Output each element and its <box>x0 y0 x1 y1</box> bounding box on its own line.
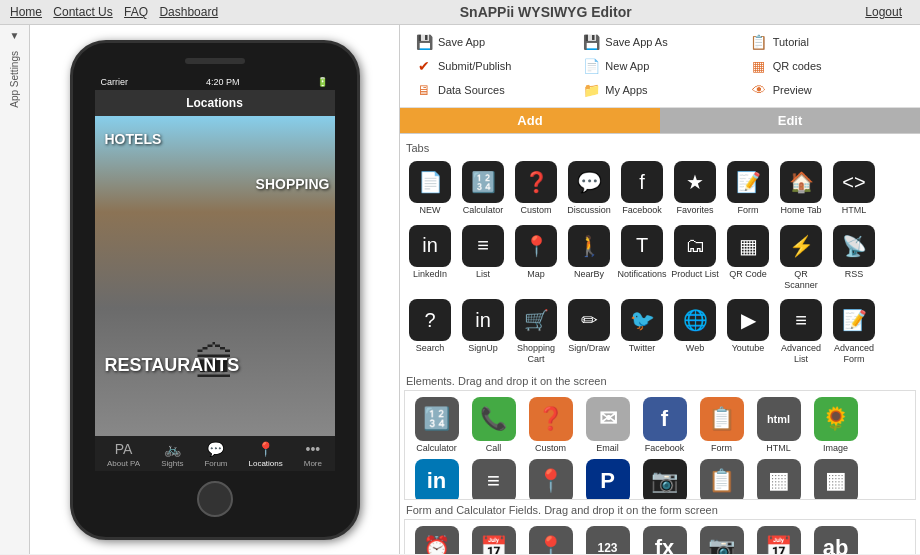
tab-item[interactable]: inSignUp <box>457 295 509 369</box>
edit-tab[interactable]: Edit <box>660 108 920 133</box>
home-button[interactable] <box>197 481 233 517</box>
element-label: Facebook <box>645 443 685 453</box>
element-item[interactable]: inLinkedIn <box>409 457 464 500</box>
tab-label: Facebook <box>622 205 662 216</box>
nav-contact[interactable]: Contact Us <box>53 5 112 19</box>
toolbar-my-apps[interactable]: 📁 My Apps <box>577 79 742 101</box>
tab-item[interactable]: ▶Youtube <box>722 295 774 369</box>
element-item[interactable]: ▦QR Image <box>808 457 863 500</box>
save-as-label: Save App As <box>605 36 667 48</box>
tab-item[interactable]: ⚡QR Scanner <box>775 221 827 295</box>
toolbar-qr-codes[interactable]: ▦ QR codes <box>745 55 910 77</box>
screen-content[interactable]: HOTELS SHOPPING 🏛 RESTAURANTS <box>95 116 335 436</box>
nav-dashboard[interactable]: Dashboard <box>159 5 218 19</box>
tab-icon: 📝 <box>833 299 875 341</box>
element-item[interactable]: 🔢Calculator <box>409 395 464 455</box>
element-item[interactable]: ❓Custom <box>523 395 578 455</box>
toolbar-save-app[interactable]: 💾 Save App <box>410 31 575 53</box>
form-field-icon: fx <box>643 526 687 554</box>
element-item[interactable]: ✉Email <box>580 395 635 455</box>
tab-item[interactable]: 🗂Product List <box>669 221 721 295</box>
tab-icon: ? <box>409 299 451 341</box>
tab-item[interactable]: 📄NEW <box>404 157 456 220</box>
tab-item[interactable]: ?Search <box>404 295 456 369</box>
tab-item[interactable]: ▦QR Code <box>722 221 774 295</box>
element-item[interactable]: 📋Form <box>694 395 749 455</box>
form-field-item[interactable]: fxFormula <box>637 524 692 554</box>
footer-sights[interactable]: 🚲 Sights <box>161 441 183 468</box>
data-sources-icon: 🖥 <box>414 81 434 99</box>
app-settings-label[interactable]: App Settings <box>9 41 20 118</box>
tab-item[interactable]: 📝Advanced Form <box>828 295 880 369</box>
element-item[interactable]: 📞Call <box>466 395 521 455</box>
form-field-item[interactable]: ⏰Clock <box>409 524 464 554</box>
tab-label: Shopping Cart <box>512 343 560 365</box>
tab-item[interactable]: <>HTML <box>828 157 880 220</box>
footer-forum[interactable]: 💬 Forum <box>204 441 227 468</box>
phone-area: Carrier 4:20 PM 🔋 Locations HOTELS SHOPP… <box>30 25 400 554</box>
element-item[interactable]: ≡List <box>466 457 521 500</box>
tab-item[interactable]: 📡RSS <box>828 221 880 295</box>
tab-item[interactable]: ❓Custom <box>510 157 562 220</box>
nav-faq[interactable]: FAQ <box>124 5 148 19</box>
element-item[interactable]: fFacebook <box>637 395 692 455</box>
element-item[interactable]: 📍NearBy <box>523 457 578 500</box>
tab-item[interactable]: ★Favorites <box>669 157 721 220</box>
nav-links: Home Contact Us FAQ Dashboard <box>10 5 226 19</box>
form-field-item[interactable]: 📍Location <box>523 524 578 554</box>
tabs-section-label: Tabs <box>406 142 914 154</box>
tab-item[interactable]: ✏Sign/Draw <box>563 295 615 369</box>
form-field-item[interactable]: 📅Calendar <box>751 524 806 554</box>
toolbar-save-as[interactable]: 💾 Save App As <box>577 31 742 53</box>
tab-item[interactable]: ≡List <box>457 221 509 295</box>
tab-label: NearBy <box>574 269 604 280</box>
toolbar-new-app[interactable]: 📄 New App <box>577 55 742 77</box>
sidebar-arrow[interactable]: ▼ <box>10 30 20 41</box>
add-tab[interactable]: Add <box>400 108 660 133</box>
tab-item[interactable]: TNotifications <box>616 221 668 295</box>
nav-home[interactable]: Home <box>10 5 42 19</box>
element-item[interactable]: ▦QR Code <box>751 457 806 500</box>
tab-icon: 🌐 <box>674 299 716 341</box>
toolbar-preview[interactable]: 👁 Preview <box>745 79 910 101</box>
footer-more[interactable]: ••• More <box>304 441 322 468</box>
tab-item[interactable]: 🛒Shopping Cart <box>510 295 562 369</box>
element-item[interactable]: 🌻Image <box>808 395 863 455</box>
tab-item[interactable]: 📝Form <box>722 157 774 220</box>
add-edit-bar: Add Edit <box>400 108 920 134</box>
toolbar-tutorial[interactable]: 📋 Tutorial <box>745 31 910 53</box>
tab-item[interactable]: ≡Advanced List <box>775 295 827 369</box>
form-field-item[interactable]: 123Number <box>580 524 635 554</box>
element-item[interactable]: htmlHTML <box>751 395 806 455</box>
tab-item[interactable]: inLinkedIn <box>404 221 456 295</box>
element-item[interactable]: 📷Photo <box>637 457 692 500</box>
tab-item[interactable]: 📍Map <box>510 221 562 295</box>
element-item[interactable]: 📋Product List <box>694 457 749 500</box>
qr-codes-label: QR codes <box>773 60 822 72</box>
tab-item[interactable]: 🌐Web <box>669 295 721 369</box>
tab-label: Advanced List <box>777 343 825 365</box>
tab-icon: T <box>621 225 663 267</box>
logout-link[interactable]: Logout <box>865 5 902 19</box>
tab-item[interactable]: 🚶NearBy <box>563 221 615 295</box>
element-item[interactable]: PPayPal <box>580 457 635 500</box>
footer-locations[interactable]: 📍 Locations <box>249 441 283 468</box>
element-icon: 📷 <box>643 459 687 500</box>
tab-label: Search <box>416 343 445 354</box>
form-field-item[interactable]: abText <box>808 524 863 554</box>
form-fields-scroll[interactable]: ⏰Clock📅Date📍Location123NumberfxFormula📷C… <box>404 519 916 554</box>
form-field-item[interactable]: 📅Date <box>466 524 521 554</box>
tab-item[interactable]: 💬Discussion <box>563 157 615 220</box>
tab-label: Sign/Draw <box>568 343 610 354</box>
toolbar-submit[interactable]: ✔ Submit/Publish <box>410 55 575 77</box>
tab-label: Calculator <box>463 205 504 216</box>
form-field-item[interactable]: 📷Camera <box>694 524 749 554</box>
footer-about[interactable]: PA About PA <box>107 441 140 468</box>
tab-label: List <box>476 269 490 280</box>
tab-item[interactable]: fFacebook <box>616 157 668 220</box>
elements-scroll[interactable]: 🔢Calculator📞Call❓Custom✉EmailfFacebook📋F… <box>404 390 916 500</box>
toolbar-data-sources[interactable]: 🖥 Data Sources <box>410 79 575 101</box>
tab-item[interactable]: 🔢Calculator <box>457 157 509 220</box>
tab-item[interactable]: 🏠Home Tab <box>775 157 827 220</box>
tab-item[interactable]: 🐦Twitter <box>616 295 668 369</box>
